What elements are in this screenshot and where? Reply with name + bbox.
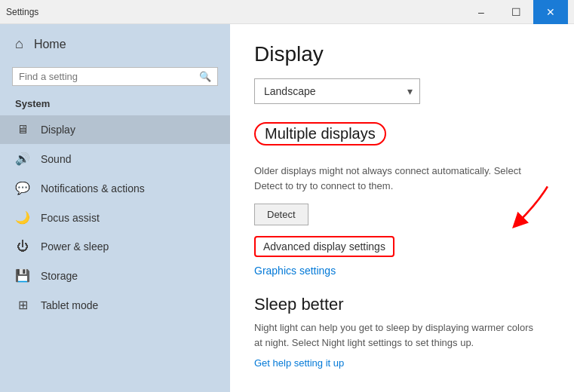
- sidebar-item-storage-label: Storage: [41, 270, 78, 282]
- graphics-settings-link[interactable]: Graphics settings: [254, 265, 550, 277]
- search-input[interactable]: [19, 71, 199, 82]
- orientation-select-wrapper[interactable]: Landscape Portrait Landscape (flipped) P…: [254, 78, 420, 104]
- multiple-displays-section: Multiple displays: [254, 122, 550, 152]
- home-label: Home: [34, 38, 66, 51]
- sidebar-item-tablet[interactable]: ⊞ Tablet mode: [0, 290, 230, 320]
- sidebar-item-storage[interactable]: 💾 Storage: [0, 261, 230, 290]
- sidebar-item-focus-label: Focus assist: [41, 212, 100, 224]
- sidebar-item-notifications-label: Notifications & actions: [41, 182, 145, 194]
- close-button[interactable]: ✕: [533, 0, 568, 24]
- search-box[interactable]: 🔍: [12, 67, 218, 86]
- sidebar-item-sound[interactable]: 🔊 Sound: [0, 144, 230, 173]
- sidebar-section-label: System: [0, 95, 230, 115]
- page-title: Display: [254, 42, 550, 66]
- help-link[interactable]: Get help setting it up: [254, 357, 344, 369]
- sidebar-item-display[interactable]: 🖥 Display: [0, 115, 230, 144]
- minimize-button[interactable]: –: [464, 0, 499, 24]
- sidebar: ⌂ Home 🔍 System 🖥 Display 🔊 Sound 💬 Noti…: [0, 24, 230, 392]
- power-icon: ⏻: [15, 240, 30, 253]
- sidebar-item-power[interactable]: ⏻ Power & sleep: [0, 232, 230, 261]
- orientation-select[interactable]: Landscape Portrait Landscape (flipped) P…: [254, 78, 420, 104]
- sidebar-item-home[interactable]: ⌂ Home: [0, 24, 230, 64]
- detect-button[interactable]: Detect: [254, 204, 308, 225]
- search-icon: 🔍: [199, 71, 211, 82]
- sidebar-item-notifications[interactable]: 💬 Notifications & actions: [0, 173, 230, 203]
- sidebar-item-power-label: Power & sleep: [41, 240, 109, 253]
- main-content: Display Landscape Portrait Landscape (fl…: [230, 24, 574, 392]
- sleep-description: Night light can help you get to sleep by…: [254, 320, 541, 350]
- app-body: ⌂ Home 🔍 System 🖥 Display 🔊 Sound 💬 Noti…: [0, 24, 574, 392]
- window-controls: – ☐ ✕: [464, 0, 568, 24]
- sidebar-item-sound-label: Sound: [41, 153, 71, 165]
- multiple-displays-heading: Multiple displays: [254, 122, 386, 145]
- tablet-icon: ⊞: [15, 298, 30, 312]
- title-bar: Settings – ☐ ✕: [0, 0, 574, 24]
- sidebar-item-focus[interactable]: 🌙 Focus assist: [0, 203, 230, 232]
- multiple-displays-description: Older displays might not always connect …: [254, 164, 541, 193]
- sleep-section-title: Sleep better: [254, 295, 550, 314]
- maximize-button[interactable]: ☐: [499, 0, 533, 24]
- app-title: Settings: [6, 7, 38, 17]
- advanced-display-settings-link[interactable]: Advanced display settings: [254, 236, 394, 257]
- notifications-icon: 💬: [15, 181, 30, 195]
- storage-icon: 💾: [15, 268, 30, 283]
- display-icon: 🖥: [15, 123, 30, 136]
- sidebar-item-display-label: Display: [41, 124, 75, 136]
- sound-icon: 🔊: [15, 152, 30, 166]
- home-icon: ⌂: [15, 36, 23, 52]
- advanced-link-container: Advanced display settings: [254, 236, 550, 257]
- sidebar-item-tablet-label: Tablet mode: [41, 299, 98, 311]
- focus-icon: 🌙: [15, 210, 30, 225]
